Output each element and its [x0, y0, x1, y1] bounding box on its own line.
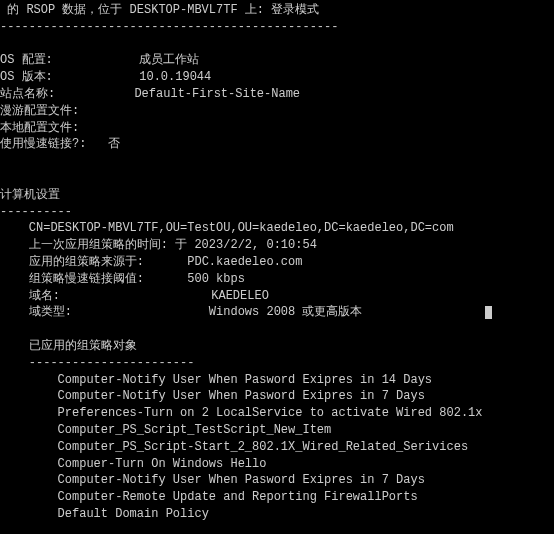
gpo-item: Computer_PS_Script-Start_2_802.1X_Wired_… — [0, 439, 554, 456]
os-version-label: OS 版本: — [0, 70, 53, 84]
slow-link-label: 使用慢速链接?: — [0, 137, 86, 151]
threshold-line: 组策略慢速链接阈值: 500 kbps — [0, 271, 554, 288]
gpo-item: Computer-Notify User When Pasword Exipre… — [0, 372, 554, 389]
blank-line — [0, 170, 554, 187]
policy-source-value: PDC.kaedeleo.com — [187, 255, 302, 269]
roaming-profile-line: 漫游配置文件: — [0, 103, 554, 120]
cn-line: CN=DESKTOP-MBVL7TF,OU=TestOU,OU=kaedeleo… — [0, 220, 554, 237]
last-applied-value: 于 2023/2/2, 0:10:54 — [175, 238, 317, 252]
threshold-value: 500 kbps — [187, 272, 245, 286]
applied-gpos-divider: ----------------------- — [0, 355, 554, 372]
gpo-item: Computer_PS_Script_TestScript_New_Item — [0, 422, 554, 439]
os-config-value: 成员工作站 — [139, 53, 199, 67]
last-applied-line: 上一次应用组策略的时间: 于 2023/2/2, 0:10:54 — [0, 237, 554, 254]
header-divider: ----------------------------------------… — [0, 19, 554, 36]
domain-type-label: 域类型: — [0, 305, 72, 319]
domain-name-label: 域名: — [0, 289, 60, 303]
computer-settings-title: 计算机设置 — [0, 187, 554, 204]
site-name-value: Default-First-Site-Name — [134, 87, 300, 101]
gpo-item: Compuer-Turn On Windows Hello — [0, 456, 554, 473]
site-name-label: 站点名称: — [0, 87, 55, 101]
os-version-value: 10.0.19044 — [139, 70, 211, 84]
policy-source-label: 应用的组策略来源于: — [0, 255, 144, 269]
domain-type-line: 域类型: Windows 2008 或更高版本 — [0, 304, 554, 321]
slow-link-value: 否 — [108, 137, 120, 151]
local-profile-line: 本地配置文件: — [0, 120, 554, 137]
os-config-line: OS 配置: 成员工作站 — [0, 52, 554, 69]
os-version-line: OS 版本: 10.0.19044 — [0, 69, 554, 86]
policy-source-line: 应用的组策略来源于: PDC.kaedeleo.com — [0, 254, 554, 271]
blank-line — [0, 153, 554, 170]
os-config-label: OS 配置: — [0, 53, 53, 67]
gpo-item: Preferences-Turn on 2 LocalService to ac… — [0, 405, 554, 422]
site-name-line: 站点名称: Default-First-Site-Name — [0, 86, 554, 103]
domain-name-value: KAEDELEO — [211, 289, 269, 303]
gpo-item: Computer-Notify User When Pasword Exipre… — [0, 472, 554, 489]
blank-line — [0, 321, 554, 338]
blank-line — [0, 523, 554, 534]
header-title: 的 RSOP 数据，位于 DESKTOP-MBVL7TF 上: 登录模式 — [0, 2, 554, 19]
computer-settings-divider: ---------- — [0, 204, 554, 221]
blank-line — [0, 36, 554, 53]
domain-type-value: Windows 2008 或更高版本 — [209, 305, 363, 319]
cursor-icon — [485, 306, 492, 319]
slow-link-line: 使用慢速链接?: 否 — [0, 136, 554, 153]
gpo-item: Computer-Notify User When Pasword Exipre… — [0, 388, 554, 405]
applied-gpos-title: 已应用的组策略对象 — [0, 338, 554, 355]
last-applied-label: 上一次应用组策略的时间: — [0, 238, 168, 252]
threshold-label: 组策略慢速链接阈值: — [0, 272, 144, 286]
gpo-item: Default Domain Policy — [0, 506, 554, 523]
gpo-item: Computer-Remote Update and Reporting Fir… — [0, 489, 554, 506]
domain-name-line: 域名: KAEDELEO — [0, 288, 554, 305]
